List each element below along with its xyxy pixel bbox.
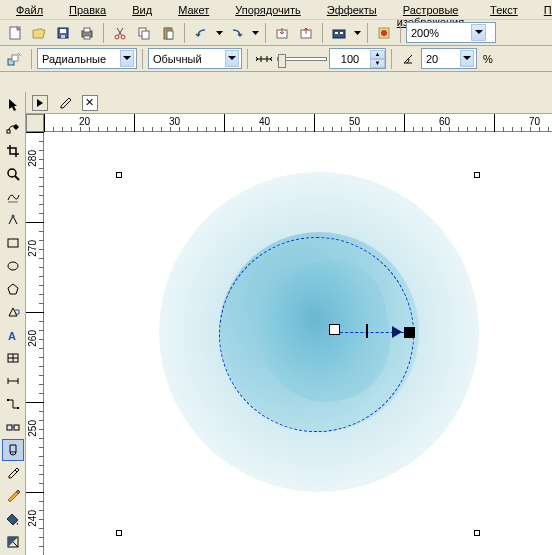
app-launcher-button[interactable] bbox=[328, 22, 350, 44]
svg-text:A: A bbox=[8, 330, 16, 342]
svg-point-27 bbox=[8, 262, 18, 270]
gradient-end-node[interactable] bbox=[404, 327, 415, 338]
undo-button[interactable] bbox=[190, 22, 212, 44]
menu-view[interactable]: Вид bbox=[120, 2, 164, 17]
blend-mode-combo[interactable] bbox=[148, 48, 242, 69]
freehand-tool[interactable] bbox=[2, 186, 24, 208]
menu-effects[interactable]: Эффекты bbox=[315, 2, 389, 17]
color-well-none[interactable] bbox=[82, 95, 98, 111]
outline-tool[interactable] bbox=[2, 485, 24, 507]
angle-icon bbox=[397, 48, 419, 70]
blend-mode-input[interactable] bbox=[153, 53, 225, 65]
svg-rect-30 bbox=[7, 399, 9, 401]
welcome-button[interactable] bbox=[373, 22, 395, 44]
pick-tool[interactable] bbox=[2, 94, 24, 116]
ellipse-tool[interactable] bbox=[2, 255, 24, 277]
gradient-start-node[interactable] bbox=[329, 324, 340, 335]
svg-point-25 bbox=[11, 215, 14, 218]
svg-rect-2 bbox=[60, 29, 66, 33]
opacity-down[interactable]: ▼ bbox=[370, 59, 385, 68]
svg-rect-5 bbox=[84, 28, 90, 32]
svg-point-24 bbox=[8, 169, 16, 177]
svg-point-8 bbox=[121, 35, 125, 39]
zoom-dropdown[interactable] bbox=[471, 24, 486, 41]
svg-rect-6 bbox=[84, 36, 90, 39]
canvas[interactable] bbox=[44, 132, 552, 555]
svg-rect-12 bbox=[166, 27, 170, 30]
steps-input[interactable] bbox=[426, 53, 460, 65]
undo-dropdown[interactable] bbox=[214, 22, 224, 44]
svg-rect-10 bbox=[142, 31, 149, 39]
svg-rect-3 bbox=[61, 35, 65, 38]
new-doc-button[interactable] bbox=[4, 22, 26, 44]
fill-type-input[interactable] bbox=[42, 53, 120, 65]
menu-bitmaps[interactable]: Растровые изображения bbox=[391, 2, 476, 17]
selection-handle-tl[interactable] bbox=[116, 172, 122, 178]
edit-transparency-button[interactable] bbox=[4, 48, 26, 70]
basic-shapes-tool[interactable] bbox=[2, 301, 24, 323]
blend-mode-dropdown[interactable] bbox=[225, 50, 239, 67]
opacity-input[interactable] bbox=[330, 53, 370, 65]
midpoint-icon bbox=[253, 48, 275, 70]
crop-tool[interactable] bbox=[2, 140, 24, 162]
fill-tool[interactable] bbox=[2, 508, 24, 530]
print-button[interactable] bbox=[76, 22, 98, 44]
gradient-midpoint-handle[interactable] bbox=[366, 324, 368, 338]
steps-dropdown[interactable] bbox=[460, 50, 474, 67]
menu-file[interactable]: Файл bbox=[4, 2, 55, 17]
opacity-up[interactable]: ▲ bbox=[370, 50, 385, 59]
svg-rect-17 bbox=[335, 32, 338, 34]
smart-draw-tool[interactable] bbox=[2, 209, 24, 231]
svg-rect-26 bbox=[8, 239, 18, 247]
shape-tool[interactable] bbox=[2, 117, 24, 139]
selection-handle-br[interactable] bbox=[474, 530, 480, 536]
zoom-input[interactable] bbox=[411, 27, 471, 39]
svg-rect-22 bbox=[12, 55, 18, 61]
percent-label: % bbox=[483, 53, 493, 65]
steps-combo[interactable] bbox=[421, 48, 477, 69]
ruler-horizontal: 20 30 40 50 60 70 bbox=[44, 114, 552, 132]
copy-button[interactable] bbox=[133, 22, 155, 44]
selection-handle-tr[interactable] bbox=[474, 172, 480, 178]
dimension-tool[interactable] bbox=[2, 370, 24, 392]
play-preview-button[interactable] bbox=[32, 95, 48, 111]
zoom-combo[interactable] bbox=[406, 22, 496, 43]
app-dropdown[interactable] bbox=[352, 22, 362, 44]
polygon-tool[interactable] bbox=[2, 278, 24, 300]
menu-edit[interactable]: Правка bbox=[57, 2, 118, 17]
rectangle-tool[interactable] bbox=[2, 232, 24, 254]
text-tool[interactable]: A bbox=[2, 324, 24, 346]
ruler-corner bbox=[26, 114, 44, 132]
svg-point-7 bbox=[115, 35, 119, 39]
transparency-ellipse[interactable] bbox=[219, 237, 414, 432]
svg-point-34 bbox=[12, 452, 14, 454]
menu-layout[interactable]: Макет bbox=[166, 2, 221, 17]
eyedropper-tool[interactable] bbox=[2, 462, 24, 484]
table-tool[interactable] bbox=[2, 347, 24, 369]
midpoint-slider[interactable] bbox=[277, 57, 327, 61]
redo-dropdown[interactable] bbox=[250, 22, 260, 44]
save-button[interactable] bbox=[52, 22, 74, 44]
interactive-fill-tool[interactable] bbox=[2, 531, 24, 553]
fill-type-dropdown[interactable] bbox=[120, 50, 134, 67]
selection-handle-bl[interactable] bbox=[116, 530, 122, 536]
connector-tool[interactable] bbox=[2, 393, 24, 415]
transparency-tool[interactable] bbox=[2, 439, 24, 461]
open-button[interactable] bbox=[28, 22, 50, 44]
menu-arrange[interactable]: Упорядочить bbox=[223, 2, 312, 17]
cut-button[interactable] bbox=[109, 22, 131, 44]
paste-button[interactable] bbox=[157, 22, 179, 44]
blend-tool[interactable] bbox=[2, 416, 24, 438]
sub-eyedropper-icon[interactable] bbox=[54, 93, 76, 113]
menu-text[interactable]: Текст bbox=[478, 2, 530, 17]
opacity-numbox[interactable]: ▲▼ bbox=[329, 48, 386, 69]
svg-rect-31 bbox=[17, 407, 19, 409]
zoom-tool[interactable] bbox=[2, 163, 24, 185]
menu-partial[interactable]: П bbox=[532, 2, 552, 17]
export-button[interactable] bbox=[295, 22, 317, 44]
import-button[interactable] bbox=[271, 22, 293, 44]
fill-type-combo[interactable] bbox=[37, 48, 137, 69]
ruler-vertical: 280 270 260 250 240 230 bbox=[26, 132, 44, 555]
redo-button[interactable] bbox=[226, 22, 248, 44]
svg-rect-16 bbox=[333, 30, 345, 38]
